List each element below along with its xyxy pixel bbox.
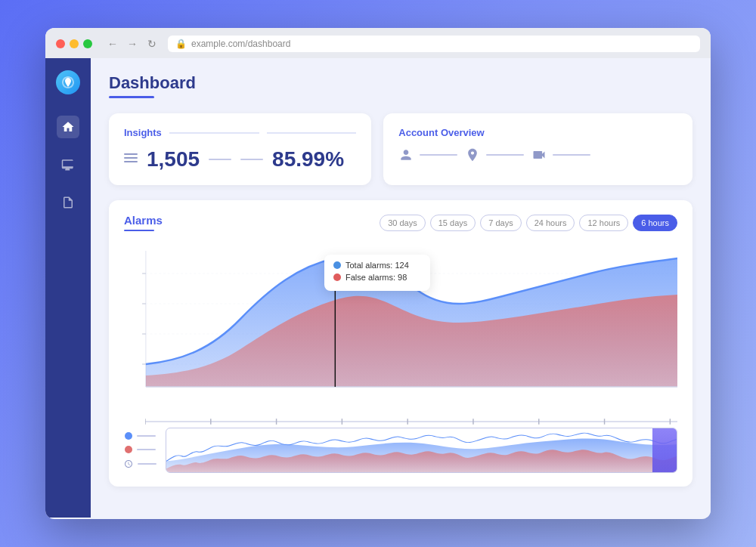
filter-24hours[interactable]: 24 hours xyxy=(526,215,575,231)
account-camera-icon-item xyxy=(531,147,590,162)
legend-line2 xyxy=(137,449,156,450)
camera-icon xyxy=(531,147,547,162)
sidebar xyxy=(45,58,91,518)
insights-number: 1,505 xyxy=(147,147,200,172)
x-axis-row xyxy=(124,416,677,428)
insights-percent: 85.99% xyxy=(272,147,344,172)
filter-6hours[interactable]: 6 hours xyxy=(633,215,677,231)
account-line1 xyxy=(420,154,457,156)
title-underline xyxy=(109,96,154,98)
maximize-button[interactable] xyxy=(83,39,92,48)
legend-line1 xyxy=(137,435,156,437)
lock-icon: 🔒 xyxy=(175,39,187,49)
insights-card-title: Insights xyxy=(124,127,356,138)
alarms-header: Alarms 30 days 15 days 7 days 24 hours 1… xyxy=(124,214,677,231)
legend-false xyxy=(125,446,156,453)
tooltip-false-text: False alarms: 98 xyxy=(345,273,407,282)
legend-section xyxy=(124,432,156,468)
account-line2 xyxy=(486,154,524,156)
account-location-icon-item xyxy=(465,147,524,162)
page-title: Dashboard xyxy=(109,73,692,93)
menu-icon xyxy=(124,153,138,165)
tooltip-total: Total alarms: 124 xyxy=(333,261,421,270)
mini-chart-svg xyxy=(166,428,677,472)
app-logo xyxy=(56,70,80,94)
filter-30days[interactable]: 30 days xyxy=(380,215,426,231)
insights-card: Insights 1,505 85.99% xyxy=(109,113,371,185)
x-axis-svg xyxy=(145,416,677,428)
filter-15days[interactable]: 15 days xyxy=(430,215,476,231)
tooltip-total-text: Total alarms: 124 xyxy=(345,261,409,270)
traffic-lights xyxy=(56,39,92,48)
account-card-title: Account Overview xyxy=(398,127,677,138)
alarms-title-wrap: Alarms xyxy=(124,214,163,231)
tooltip-blue-dot xyxy=(333,261,341,269)
legend-clock-item xyxy=(124,459,156,468)
account-user-icon-item xyxy=(398,147,457,162)
back-button[interactable]: ← xyxy=(104,36,121,52)
refresh-button[interactable]: ↻ xyxy=(144,36,160,52)
sidebar-item-docs[interactable] xyxy=(57,191,79,214)
alarms-section: Alarms 30 days 15 days 7 days 24 hours 1… xyxy=(109,200,692,487)
account-card: Account Overview xyxy=(383,113,692,185)
nav-buttons: ← → ↻ xyxy=(104,36,160,52)
close-button[interactable] xyxy=(56,39,65,48)
legend-line3 xyxy=(138,463,156,465)
legend-blue-dot xyxy=(125,432,132,440)
account-line3 xyxy=(553,154,590,156)
cards-row: Insights 1,505 85.99% xyxy=(109,113,692,185)
account-icons-row xyxy=(398,147,677,162)
browser-window: ← → ↻ 🔒 example.com/dashboard xyxy=(45,28,711,519)
filter-7days[interactable]: 7 days xyxy=(480,215,521,231)
tooltip-red-dot xyxy=(333,274,341,281)
time-filters: 30 days 15 days 7 days 24 hours 12 hours… xyxy=(380,215,677,231)
tooltip-false: False alarms: 98 xyxy=(333,273,421,282)
alarms-underline xyxy=(124,230,154,231)
insights-separator2 xyxy=(240,159,263,160)
chart-area: Total alarms: 124 False alarms: 98 xyxy=(124,243,677,409)
alarms-title: Alarms xyxy=(124,214,163,227)
main-content: Dashboard Insights xyxy=(91,58,711,518)
chart-tooltip: Total alarms: 124 False alarms: 98 xyxy=(324,255,430,291)
user-icon xyxy=(398,147,414,162)
location-icon xyxy=(465,147,480,162)
sidebar-item-home[interactable] xyxy=(57,116,79,138)
browser-chrome: ← → ↻ 🔒 example.com/dashboard xyxy=(45,28,711,58)
insights-separator xyxy=(209,159,231,160)
minimize-button[interactable] xyxy=(70,39,79,48)
insights-values: 1,505 85.99% xyxy=(124,147,356,172)
address-text: example.com/dashboard xyxy=(191,39,290,49)
mini-chart xyxy=(166,428,677,473)
sidebar-item-monitor[interactable] xyxy=(57,153,79,176)
legend-red-dot xyxy=(125,446,132,453)
filter-12hours[interactable]: 12 hours xyxy=(579,215,628,231)
address-bar[interactable]: 🔒 example.com/dashboard xyxy=(168,36,700,52)
bottom-row xyxy=(124,428,677,473)
app-layout: Dashboard Insights xyxy=(45,58,711,518)
legend-total xyxy=(125,432,156,440)
clock-icon xyxy=(124,459,133,468)
forward-button[interactable]: → xyxy=(124,36,141,52)
mini-chart-handle[interactable] xyxy=(652,428,677,472)
